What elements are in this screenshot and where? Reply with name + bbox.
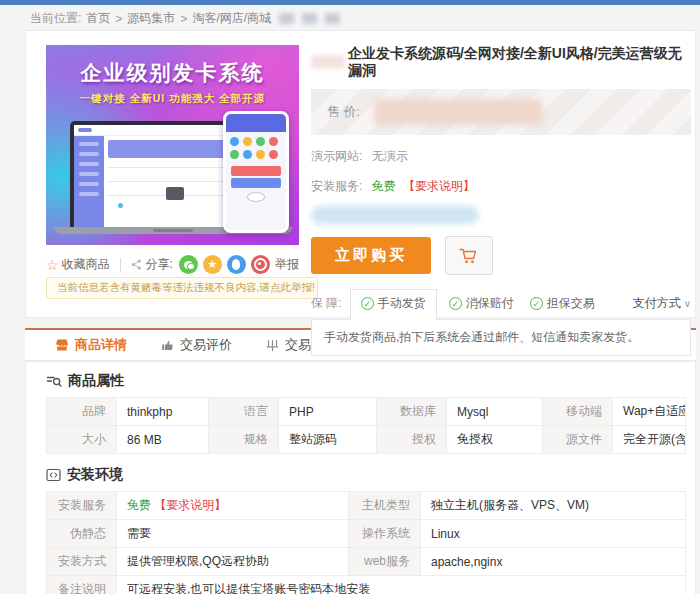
env-install-free: 免费	[127, 498, 151, 512]
install-free-value: 免费	[372, 179, 396, 193]
share-qzone-icon[interactable]: ★	[203, 255, 222, 274]
demo-site-value: 无演示	[372, 149, 408, 163]
guarantee-escrow[interactable]: ✓ 担保交易	[530, 295, 595, 319]
product-image[interactable]: 企业级别发卡系统 一键对接 全新UI 功能强大 全部开源	[46, 45, 299, 245]
price-box: 售 价:	[311, 89, 691, 135]
attrs-search-icon	[46, 374, 62, 389]
install-requirement-link[interactable]: 【要求说明】	[403, 179, 475, 193]
breadcrumb-category[interactable]: 淘客/网店/商城	[192, 10, 271, 27]
breadcrumb-prefix: 当前位置:	[30, 10, 81, 27]
breadcrumb-home[interactable]: 首页	[86, 10, 110, 27]
share-wechat-icon[interactable]	[179, 255, 198, 274]
env-install-req-link[interactable]: 【要求说明】	[154, 498, 226, 512]
table-row: 品牌thinkphp 语言PHP 数据库Mysql 移动端Wap+自适应	[47, 398, 686, 426]
redacted-breadcrumb-item	[302, 13, 317, 24]
collect-button[interactable]: 收藏商品	[62, 256, 110, 273]
hero-laptop	[70, 121, 246, 231]
collect-star-icon: ☆	[46, 257, 59, 273]
hero-phone	[223, 111, 289, 233]
guarantee-label: 保 障:	[311, 295, 342, 319]
guarantee-compensation[interactable]: ✓ 消保赔付	[449, 295, 514, 319]
table-row: 备注说明 可远程安装,也可以提供宝塔账号密码本地安装	[47, 576, 686, 594]
section-attrs-header: 商品属性	[46, 372, 695, 390]
install-service-label: 安装服务:	[311, 179, 362, 193]
check-icon: ✓	[449, 297, 462, 310]
check-icon: ✓	[361, 297, 374, 310]
redacted-breadcrumb-item	[279, 13, 294, 24]
share-icon	[131, 259, 142, 270]
product-detail-panel: 商品属性 品牌thinkphp 语言PHP 数据库Mysql 移动端Wap+自适…	[25, 361, 696, 594]
table-row: 安装服务 免费 【要求说明】 主机类型 独立主机(服务器、VPS、VM)	[47, 492, 686, 520]
guarantee-row: 保 障: ✓ 手动发货 ✓ 消保赔付 ✓ 担保交易 支付方式 ∨	[311, 289, 691, 319]
divider	[120, 258, 121, 272]
buy-now-button[interactable]: 立即购买	[311, 237, 431, 274]
product-summary-card: 企业级别发卡系统 一键对接 全新UI 功能强大 全部开源	[25, 30, 696, 318]
table-row: 伪静态 需要 操作系统 Linux	[47, 520, 686, 548]
share-weibo-icon[interactable]	[251, 255, 270, 274]
table-row: 大小86 MB 规格整站源码 授权免授权 源文件完全开源(含全部源文件)	[47, 426, 686, 454]
breadcrumb-separator: >	[180, 12, 187, 26]
breadcrumb-separator: >	[115, 12, 122, 26]
price-label: 售 价:	[327, 103, 360, 121]
section-env-header: 安装环境	[46, 466, 695, 484]
share-qq-icon[interactable]	[227, 255, 246, 274]
illegal-content-notice[interactable]: 当前信息若含有黄赌毒等违法违规不良内容,请点此举报!	[46, 277, 318, 299]
breadcrumb-market[interactable]: 源码集市	[127, 10, 175, 27]
redacted-price-value	[374, 99, 542, 125]
demo-site-row: 演示网站: 无演示	[311, 148, 691, 165]
redacted-breadcrumb-item	[325, 13, 340, 24]
hero-subtitle: 一键对接 全新UI 功能强大 全部开源	[46, 92, 299, 106]
top-blue-bar	[0, 0, 700, 5]
redacted-seller-contact	[311, 206, 479, 224]
shipping-note: 手动发货商品,拍下后系统会通过邮件、短信通知卖家发货。	[311, 319, 691, 356]
chevron-down-icon: ∨	[684, 298, 691, 309]
hero-title: 企业级别发卡系统	[46, 59, 299, 87]
product-actions-row: ☆ 收藏商品 分享: ★ 举报	[46, 255, 299, 274]
table-row: 安装方式 提供管理权限,QQ远程协助 web服务 apache,nginx	[47, 548, 686, 576]
rules-icon	[266, 339, 279, 352]
guarantee-manual-delivery[interactable]: ✓ 手动发货	[350, 289, 437, 320]
add-to-cart-button[interactable]	[445, 236, 493, 275]
attrs-table: 品牌thinkphp 语言PHP 数据库Mysql 移动端Wap+自适应 大小8…	[46, 397, 686, 454]
report-link[interactable]: 举报	[275, 256, 299, 273]
cart-icon	[459, 247, 479, 265]
demo-site-label: 演示网站:	[311, 149, 362, 163]
check-icon: ✓	[530, 297, 543, 310]
breadcrumb: 当前位置: 首页 > 源码集市 > 淘客/网店/商城	[30, 10, 340, 27]
notice-text: 当前信息若含有黄赌毒等违法违规不良内容,请点此举报!	[57, 281, 315, 295]
store-icon	[55, 338, 69, 352]
share-label: 分享:	[146, 256, 173, 273]
thumbs-up-icon	[161, 339, 174, 352]
redacted-title-prefix	[311, 55, 345, 69]
install-service-row: 安装服务: 免费 【要求说明】	[311, 178, 691, 195]
env-table: 安装服务 免费 【要求说明】 主机类型 独立主机(服务器、VPS、VM) 伪静态…	[46, 491, 686, 594]
payment-method-dropdown[interactable]: 支付方式 ∨	[633, 295, 691, 319]
code-icon	[46, 468, 61, 482]
tab-trade-reviews[interactable]: 交易评价	[161, 336, 232, 354]
tab-product-detail[interactable]: 商品详情	[55, 336, 127, 354]
product-title: 企业发卡系统源码/全网对接/全新UI风格/完美运营级无漏洞	[311, 45, 691, 79]
